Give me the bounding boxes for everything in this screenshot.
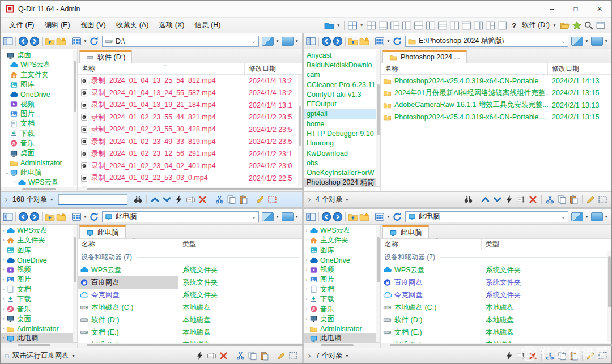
status-icon[interactable] (569, 351, 579, 361)
chevron-down-icon[interactable]: ▼ (345, 198, 349, 202)
status-icon[interactable] (211, 195, 211, 204)
file-row[interactable]: 文档 (E:) 本地磁盘 (381, 326, 611, 339)
tree-item[interactable]: Photoshop 2024 精简 (304, 178, 380, 187)
status-icon[interactable] (256, 195, 265, 204)
tree-item[interactable]: › 文档 (304, 285, 380, 294)
tree-item[interactable]: 图片 (1, 109, 77, 119)
toolbar-icon[interactable] (306, 36, 316, 46)
sum-icon[interactable]: Σ (3, 196, 10, 203)
status-icon[interactable] (586, 351, 596, 361)
status-icon[interactable] (260, 351, 269, 361)
tree-scrollbar[interactable] (73, 50, 77, 186)
address-bar[interactable]: 此电脑 ⌄ (102, 211, 259, 222)
file-row[interactable]: 夸克网盘 系统文件夹 (381, 289, 611, 301)
chevron-down-icon[interactable]: ▼ (605, 39, 608, 43)
toolbar-icon[interactable] (392, 36, 402, 46)
status-icon[interactable] (207, 351, 216, 361)
column-header-name[interactable]: 名称 (78, 239, 178, 250)
file-row[interactable]: 录制_2024_01_02_23_49_33_819.mp4 2024/1/2 … (78, 136, 302, 148)
toolbar-icon[interactable] (71, 212, 82, 222)
menu-tool-icon[interactable] (426, 20, 436, 31)
status-icon[interactable] (528, 351, 538, 361)
chevron-down-icon[interactable]: ▼ (345, 354, 349, 358)
status-icon[interactable] (492, 195, 502, 204)
menu-tool-icon[interactable] (366, 20, 376, 31)
expander-icon[interactable]: › (304, 297, 309, 302)
menu-tool-icon[interactable] (414, 20, 424, 31)
status-icon[interactable] (598, 195, 607, 204)
tree-item[interactable]: OneKeyInstallerForW (304, 168, 380, 178)
tree-item[interactable]: gpt4all (304, 109, 380, 119)
file-hscrollbar[interactable] (78, 187, 302, 191)
chevron-down-icon[interactable]: ▼ (50, 198, 54, 202)
menu-tool-icon[interactable] (560, 20, 570, 31)
expander-icon[interactable]: › (1, 297, 6, 302)
menu-tool-icon[interactable] (347, 20, 358, 31)
tab-drive-d[interactable]: 软件 (D:) (79, 50, 132, 63)
file-row[interactable]: 软件 (D:) 本地磁盘 (78, 314, 302, 326)
tree-item[interactable]: home (304, 119, 380, 129)
address-bar[interactable]: D:\ ⌄ (102, 36, 259, 47)
toolbar-icon[interactable] (71, 36, 82, 46)
tree-item[interactable]: › 视频 (1, 265, 77, 275)
tree-item[interactable]: 图库 (1, 246, 77, 255)
toolbar-icon[interactable] (15, 37, 16, 46)
status-icon[interactable] (162, 195, 172, 204)
address-bar[interactable]: E:\Photoshop 2024 精简版\ ⌄ (405, 36, 568, 47)
chevron-down-icon[interactable]: ▼ (295, 39, 299, 43)
tree-scrollbar[interactable] (376, 50, 380, 186)
toolbar-icon[interactable]: ▼ (83, 36, 88, 46)
toolbar-icon[interactable] (318, 212, 319, 221)
status-icon[interactable] (198, 195, 207, 204)
tree-item[interactable]: › 桌面 (304, 314, 380, 324)
status-icon[interactable] (582, 351, 583, 361)
tree-item[interactable]: KwDownload (304, 148, 380, 158)
tree-item[interactable]: › 视频 (304, 265, 380, 275)
status-icon[interactable] (516, 195, 526, 204)
tree-item[interactable]: › OneDrive (304, 255, 380, 265)
toolbar-icon[interactable] (29, 212, 40, 222)
toolbar-icon[interactable] (89, 212, 99, 222)
status-icon[interactable] (133, 195, 143, 204)
status-icon[interactable] (239, 195, 248, 204)
toolbar-icon[interactable] (348, 36, 358, 46)
group-header[interactable]: 设备和驱动器 (7) (381, 250, 611, 264)
toolbar-icon[interactable]: ▼ (83, 212, 88, 222)
status-icon[interactable] (288, 351, 298, 361)
tree-item[interactable]: › 文档 (1, 285, 77, 294)
file-row[interactable]: 百度网盘 系统文件夹 (381, 276, 611, 289)
tree-scrollbar[interactable] (73, 226, 77, 342)
status-icon[interactable] (227, 195, 236, 204)
expander-icon[interactable]: › (304, 326, 309, 331)
tree-item[interactable]: › 图片 (304, 275, 380, 284)
tree-item[interactable]: obs (304, 158, 380, 168)
menu-tool-icon[interactable]: ? (509, 20, 519, 31)
status-icon[interactable] (186, 195, 196, 204)
close-button[interactable]: ✕ (588, 1, 611, 17)
tree-hscrollbar[interactable] (304, 343, 380, 348)
toolbar-icon[interactable] (45, 36, 55, 46)
status-icon[interactable] (541, 195, 542, 204)
tree-item[interactable]: › WPS云盘 (1, 226, 77, 235)
pane-color-button-2[interactable] (591, 37, 603, 46)
menu-item[interactable]: 信息 (H) (190, 18, 226, 32)
tree-item[interactable]: Huorong (304, 139, 380, 148)
toolbar-icon[interactable] (372, 212, 372, 221)
menu-tool-icon[interactable] (344, 21, 345, 30)
menu-tool-icon[interactable] (402, 20, 412, 31)
tree-item[interactable]: › 下载 (1, 294, 77, 304)
pane-color-button-2[interactable] (282, 212, 294, 221)
file-scrollbar[interactable] (607, 251, 611, 342)
expander-icon[interactable]: › (1, 326, 6, 331)
status-icon[interactable] (273, 351, 273, 361)
pane-color-button-2[interactable] (282, 37, 294, 46)
file-row[interactable]: 2024年01月份最新AI神经网络滤镜离线组件完整... 2024/2/1 13… (381, 87, 611, 100)
info-box-icon[interactable]: □ (3, 353, 10, 359)
tree-item[interactable]: › 此电脑 (1, 333, 77, 343)
maximize-button[interactable]: □ (564, 1, 588, 17)
expander-icon[interactable]: › (304, 228, 309, 233)
address-dropdown-icon[interactable]: ⌄ (252, 214, 256, 220)
toolbar-icon[interactable] (345, 37, 346, 46)
status-icon[interactable] (232, 351, 232, 361)
menu-item[interactable]: 视图 (V) (75, 18, 111, 32)
